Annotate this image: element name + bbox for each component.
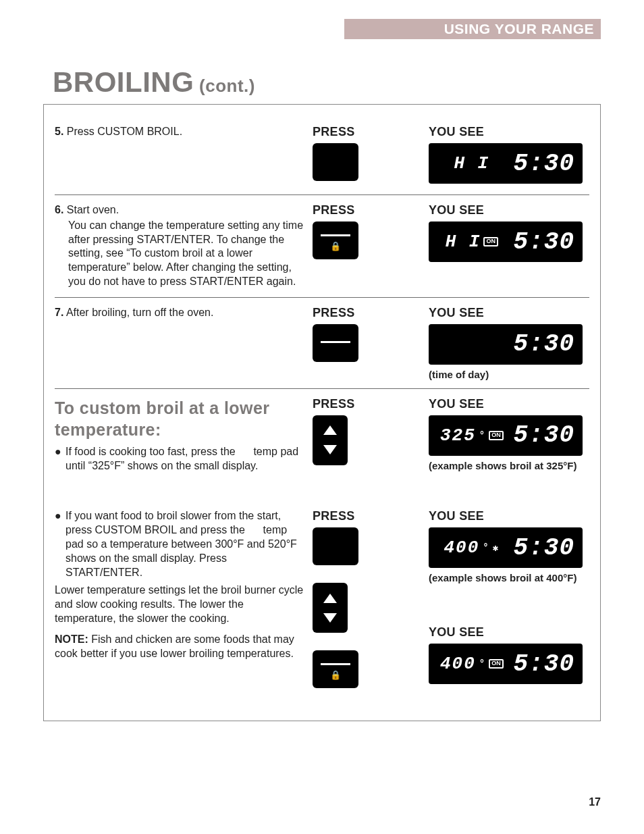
step-6-text: 6. Start oven. You can change the temper… — [55, 203, 304, 289]
note-label: NOTE: — [55, 633, 88, 645]
on-indicator-icon: ON — [489, 659, 504, 669]
step-7-number: 7. — [55, 307, 63, 318]
you-see-label: YOU SEE — [429, 203, 604, 217]
display-clock: 5:30 — [514, 650, 574, 678]
section-banner: USING YOUR RANGE — [344, 19, 601, 39]
display-clock: 5:30 — [514, 534, 574, 562]
triangle-down-icon — [323, 445, 337, 454]
temp-pad-button[interactable] — [313, 583, 348, 633]
step-6-body: You can change the temperature setting a… — [68, 219, 304, 289]
display-small-reading: H I ON — [437, 232, 507, 252]
custom-2-display-col: YOU SEE 400°✱ 5:30 (example shows broil … — [429, 509, 604, 694]
custom-broil-button[interactable] — [313, 527, 358, 565]
temp-pad-button[interactable] — [313, 415, 348, 465]
custom-broil-text-1: To custom broil at a lower temperature: … — [55, 397, 304, 477]
button-divider — [321, 341, 350, 343]
display-small-reading: H I — [437, 153, 507, 174]
display-clock: 5:30 — [514, 228, 574, 256]
triangle-down-icon — [323, 613, 337, 623]
step-7-press-col: PRESS — [313, 306, 421, 380]
step-5-body: Press CUSTOM BROIL. — [67, 126, 182, 137]
content-frame: 5. Press CUSTOM BROIL. PRESS YOU SEE H I… — [43, 104, 601, 721]
page-title-cont: (cont.) — [194, 76, 255, 96]
page-number: 17 — [589, 796, 601, 808]
press-label: PRESS — [313, 509, 421, 523]
note-body: Fish and chicken are some foods that may… — [55, 633, 294, 659]
step-6-display-col: YOU SEE H I ON 5:30 — [429, 203, 604, 289]
display-caption-325: (example shows broil at 325°F) — [429, 460, 604, 471]
step-5-number: 5. — [55, 126, 63, 137]
custom-broil-text-2: ● If you want food to broil slower from … — [55, 509, 304, 694]
display-400-star-530: 400°✱ 5:30 — [429, 527, 583, 568]
custom-2-press-col: PRESS 🔒 — [313, 509, 421, 694]
step-6-number: 6. — [55, 204, 63, 215]
custom-broil-button[interactable] — [313, 143, 358, 181]
custom-1-press-col: PRESS — [313, 397, 421, 477]
display-clock: 5:30 — [514, 150, 574, 178]
page-title-main: Broiling — [53, 66, 194, 98]
step-6-lead: Start oven. — [67, 204, 119, 215]
display-325-on-530: 325° ON 5:30 — [429, 415, 583, 456]
display-small-reading: 325° ON — [437, 425, 507, 446]
para-lower-temp: Lower temperature settings let the broil… — [55, 583, 304, 625]
bullet-icon: ● — [55, 509, 65, 579]
step-5-text: 5. Press CUSTOM BROIL. — [55, 125, 304, 186]
display-caption-400: (example shows broil at 400°F) — [429, 572, 604, 583]
button-divider — [321, 663, 350, 665]
step-5-row: 5. Press CUSTOM BROIL. PRESS YOU SEE H I… — [55, 117, 589, 194]
step-5-display-col: YOU SEE H I 5:30 — [429, 125, 604, 186]
bullet-1-a: If food is cooking too fast, press the — [65, 446, 236, 457]
off-cancel-button[interactable] — [313, 324, 358, 362]
star-icon: ✱ — [493, 542, 500, 554]
button-divider — [321, 234, 350, 236]
display-small-reading: 400°✱ — [437, 538, 507, 558]
lock-icon: 🔒 — [330, 242, 341, 251]
note-line: NOTE: Fish and chicken are some foods th… — [55, 633, 304, 661]
step-7-text: 7. After broiling, turn off the oven. — [55, 306, 304, 380]
you-see-label: YOU SEE — [429, 625, 604, 640]
on-indicator-icon: ON — [489, 431, 504, 440]
triangle-up-icon — [323, 594, 337, 603]
step-5-press-col: PRESS — [313, 125, 421, 186]
start-enter-button[interactable]: 🔒 — [313, 650, 358, 688]
step-7-body: After broiling, turn off the oven. — [66, 307, 214, 318]
press-label: PRESS — [313, 397, 421, 411]
section-banner-label: USING YOUR RANGE — [444, 21, 594, 37]
custom-1-display-col: YOU SEE 325° ON 5:30 (example shows broi… — [429, 397, 604, 477]
display-caption-time-of-day: (time of day) — [429, 369, 604, 380]
page-title: Broiling (cont.) — [53, 66, 601, 99]
step-6-press-col: PRESS 🔒 — [313, 203, 421, 289]
bullet-1: ● If food is cooking too fast, press the… — [55, 445, 304, 473]
bullet-2: ● If you want food to broil slower from … — [55, 509, 304, 579]
step-7-row: 7. After broiling, turn off the oven. PR… — [55, 297, 589, 388]
step-7-display-col: YOU SEE 5:30 (time of day) — [429, 306, 604, 380]
press-label: PRESS — [313, 203, 421, 217]
display-small-reading: 400° ON — [437, 654, 507, 674]
display-400-on-530: 400° ON 5:30 — [429, 644, 583, 684]
press-label: PRESS — [313, 306, 421, 320]
you-see-label: YOU SEE — [429, 125, 604, 139]
display-530: 5:30 — [429, 324, 583, 365]
display-clock: 5:30 — [514, 330, 574, 358]
press-label: PRESS — [313, 125, 421, 139]
display-hi-530: H I 5:30 — [429, 143, 583, 184]
bullet-icon: ● — [55, 445, 65, 473]
you-see-label: YOU SEE — [429, 397, 604, 411]
custom-broil-row-2: ● If you want food to broil slower from … — [55, 485, 589, 702]
lock-icon: 🔒 — [330, 671, 341, 679]
custom-broil-row-1: To custom broil at a lower temperature: … — [55, 388, 589, 486]
step-6-row: 6. Start oven. You can change the temper… — [55, 194, 589, 297]
bullet-2-a: If you want food to broil slower from th… — [65, 510, 281, 536]
you-see-label: YOU SEE — [429, 509, 604, 523]
display-hi-on-530: H I ON 5:30 — [429, 221, 583, 262]
triangle-up-icon — [323, 425, 337, 435]
display-clock: 5:30 — [514, 421, 574, 449]
on-indicator-icon: ON — [483, 237, 498, 246]
custom-broil-subheading: To custom broil at a lower temperature: — [55, 397, 304, 441]
you-see-label: YOU SEE — [429, 306, 604, 320]
start-enter-button[interactable]: 🔒 — [313, 221, 358, 259]
